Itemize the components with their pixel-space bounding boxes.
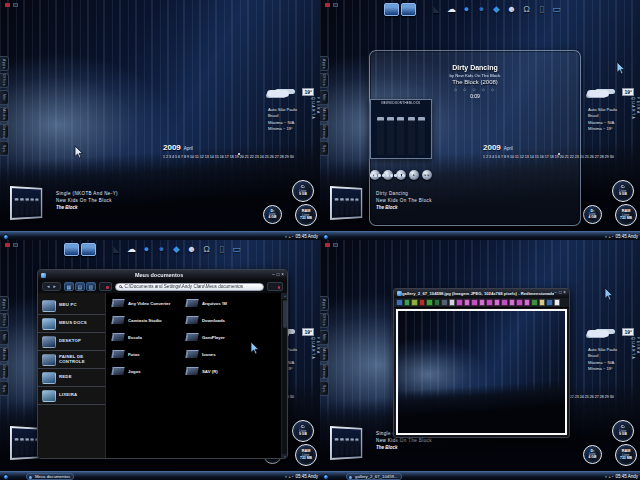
sidebar-tab[interactable]: Net xyxy=(0,330,9,345)
view-mode-button[interactable]: ▤ xyxy=(75,282,85,291)
sidebar-tab[interactable]: Games xyxy=(320,364,329,379)
sidebar-tab[interactable]: Office xyxy=(0,73,9,88)
taskbar-window-button[interactable]: gallery_2_67_10459... xyxy=(346,473,402,480)
address-bar[interactable]: C:\Documents and Settings\Andy Claro\Meu… xyxy=(115,283,264,291)
weather-widget[interactable]: 19° QUARTAFEIRA Auto São Paulo Brasil Má… xyxy=(583,326,640,381)
folder-item[interactable]: SAV (R) xyxy=(186,367,227,375)
start-button[interactable] xyxy=(323,474,329,480)
folder-item[interactable]: Fotos xyxy=(112,350,170,358)
image-viewer-window[interactable]: gallery_2_67_104598.jpg (Imagem JPEG, 10… xyxy=(393,288,570,438)
desktop-shortcut-icon[interactable] xyxy=(13,3,18,7)
toolbar-icon[interactable] xyxy=(479,299,486,306)
toolbar-icon[interactable] xyxy=(411,299,418,306)
playlist-dot[interactable] xyxy=(390,174,393,177)
toolbar-icon[interactable] xyxy=(441,299,448,306)
sidebar-tab[interactable]: Games xyxy=(0,124,9,139)
playlist-dot[interactable] xyxy=(402,174,405,177)
scroll-up-icon[interactable]: ▲ xyxy=(282,293,288,299)
sidebar-tab[interactable]: Apps xyxy=(320,296,329,311)
close-button[interactable]: × xyxy=(563,291,566,296)
toolbar-icon[interactable] xyxy=(539,299,546,306)
desktop-shortcut-icon[interactable] xyxy=(13,243,18,247)
window-titlebar[interactable]: gallery_2_67_104598.jpg (Imagem JPEG, 10… xyxy=(394,289,569,298)
folder-up-button[interactable] xyxy=(99,282,112,291)
playlist-dot[interactable] xyxy=(382,174,385,177)
sidebar-tab[interactable]: Games xyxy=(0,364,9,379)
speaker-icon[interactable]: ▯ xyxy=(535,3,548,16)
minimize-button[interactable]: – xyxy=(272,273,275,278)
toolbar-icon[interactable] xyxy=(434,299,441,306)
toolbar-icon[interactable] xyxy=(494,299,501,306)
folder-item[interactable]: Jogos xyxy=(112,367,170,375)
playlist-dot[interactable] xyxy=(370,174,373,177)
toolbar-icon[interactable] xyxy=(471,299,478,306)
sidebar-tab[interactable]: Sys xyxy=(0,381,9,396)
monitor-icon[interactable]: ▭ xyxy=(230,243,243,256)
weather-widget[interactable]: 19° QUARTAFEIRA Auto São Paulo Brasil Má… xyxy=(583,86,640,141)
dock-tile-icon[interactable] xyxy=(64,243,79,256)
volume-icon[interactable]: ♦ xyxy=(285,475,287,479)
sidebar-place-item[interactable]: DESKTOP xyxy=(38,333,105,351)
taskbar-window-button[interactable]: Meus documentos xyxy=(26,473,74,480)
sidebar-tab[interactable]: Net xyxy=(0,90,9,105)
sidebar-tab[interactable]: Apps xyxy=(320,56,329,71)
dock-tile-icon[interactable] xyxy=(384,3,399,16)
speaker-icon[interactable]: ▯ xyxy=(215,243,228,256)
playlist-dot[interactable] xyxy=(398,174,401,177)
messenger-icon[interactable]: ▪ xyxy=(292,235,293,239)
sidebar-tab[interactable]: Sys xyxy=(320,381,329,396)
headphones-icon[interactable]: Ω xyxy=(520,3,533,16)
folder-item[interactable]: Any Video Converter xyxy=(112,299,170,307)
sidebar-tab[interactable]: Games xyxy=(320,124,329,139)
toolbar-icon[interactable] xyxy=(524,299,531,306)
folder-item[interactable]: Downloads xyxy=(186,316,227,324)
go-button[interactable] xyxy=(267,282,283,291)
headphones-icon[interactable]: Ω xyxy=(200,243,213,256)
view-mode-button[interactable]: ▦ xyxy=(64,282,74,291)
toolbar-icon[interactable] xyxy=(404,299,411,306)
toolbar-icon[interactable] xyxy=(419,299,426,306)
media-player-window[interactable]: Dirty Dancing by New Kids On The Block T… xyxy=(369,50,581,226)
start-button[interactable] xyxy=(3,234,9,240)
folder-item[interactable]: Arquivos !M xyxy=(186,299,227,307)
sidebar-tab[interactable]: Office xyxy=(0,313,9,328)
minimize-button[interactable]: – xyxy=(554,291,557,296)
sidebar-tab[interactable]: Media xyxy=(0,107,9,122)
folder-item[interactable]: Escola xyxy=(112,333,170,341)
messenger-person-icon[interactable]: ☻ xyxy=(185,243,198,256)
start-button[interactable] xyxy=(323,234,329,240)
toolbar-icon[interactable] xyxy=(554,299,561,306)
weather-cloud-icon[interactable]: ☁ xyxy=(445,3,458,16)
close-button[interactable]: × xyxy=(281,273,284,278)
back-button[interactable]: ◄ xyxy=(46,284,50,289)
sidebar-place-item[interactable]: MEU PC xyxy=(38,297,105,315)
toolbar-icon[interactable] xyxy=(516,299,523,306)
weather-cloud-icon[interactable]: ☁ xyxy=(125,243,138,256)
maximize-button[interactable]: □ xyxy=(559,291,562,296)
toolbar-icon[interactable] xyxy=(456,299,463,306)
messenger-icon[interactable]: ▪ xyxy=(612,475,613,479)
window-titlebar[interactable]: Meus documentos – □ × xyxy=(38,270,287,280)
network-icon[interactable]: ▴ xyxy=(289,235,291,239)
media-orb-icon[interactable]: ● xyxy=(475,3,488,16)
folder-item[interactable]: Camtasia Studio xyxy=(112,316,170,324)
desktop-shortcut-icon[interactable] xyxy=(325,243,330,247)
sidebar-place-item[interactable]: PAINEL DE CONTROLE xyxy=(38,351,105,369)
dock-tile-icon[interactable] xyxy=(81,243,96,256)
sidebar-tab[interactable]: Office xyxy=(320,73,329,88)
vertical-scrollbar[interactable]: ▲ ▼ xyxy=(281,293,287,459)
weather-widget[interactable]: 19° QUARTAFEIRA Auto São Paulo Brasil Má… xyxy=(263,86,320,141)
volume-icon[interactable]: ♦ xyxy=(285,235,287,239)
sidebar-tab[interactable]: Sys xyxy=(320,141,329,156)
now-playing-widget[interactable]: Single (NKOTB And Ne-Y) New Kids On The … xyxy=(8,185,140,227)
toolbar-icon[interactable] xyxy=(464,299,471,306)
scrollbar-thumb[interactable] xyxy=(283,300,288,328)
sidebar-tab[interactable]: Net xyxy=(320,90,329,105)
desktop-shortcut-icon[interactable] xyxy=(333,243,338,247)
playlist-dot[interactable] xyxy=(386,174,389,177)
playlist-dot[interactable] xyxy=(378,174,381,177)
toolbar-icon[interactable] xyxy=(486,299,493,306)
network-icon[interactable]: ▴ xyxy=(609,235,611,239)
sidebar-tab[interactable]: Apps xyxy=(0,56,9,71)
browser-orb-icon[interactable]: ● xyxy=(140,243,153,256)
